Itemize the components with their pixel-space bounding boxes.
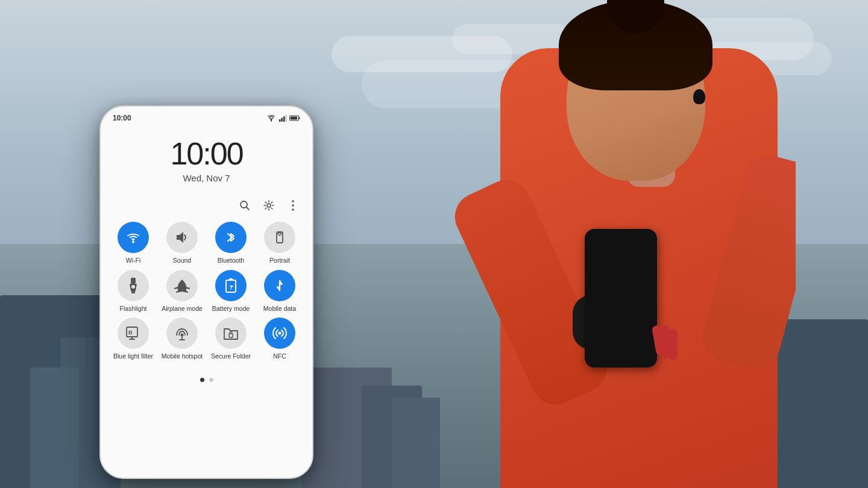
qs-portrait-label: Portrait xyxy=(269,257,290,265)
qs-hotspot[interactable]: Mobile hotspot xyxy=(160,318,204,361)
qs-secure-folder-icon xyxy=(215,318,247,349)
svg-rect-16 xyxy=(131,278,136,284)
quick-settings: Wi-Fi Sound xyxy=(101,219,312,372)
clock-date: Wed, Nov 7 xyxy=(101,173,312,183)
qs-sound[interactable]: Sound xyxy=(160,222,204,265)
qs-wifi-icon xyxy=(118,222,149,253)
page-dot-2[interactable] xyxy=(209,378,213,382)
battery-status-icon xyxy=(289,114,300,122)
qs-wifi[interactable]: Wi-Fi xyxy=(112,222,155,265)
qs-flashlight-label: Flashlight xyxy=(120,305,147,313)
action-bar xyxy=(101,192,312,219)
qs-bluetooth-label: Bluetooth xyxy=(218,257,244,265)
qs-flashlight[interactable]: Flashlight xyxy=(112,270,155,313)
settings-icon[interactable] xyxy=(262,198,276,213)
qs-portrait-icon xyxy=(264,222,295,253)
person-figure xyxy=(386,0,796,488)
building-left-3 xyxy=(30,368,78,488)
svg-rect-21 xyxy=(229,278,233,280)
qs-secure-folder[interactable]: Secure Folder xyxy=(209,318,253,361)
qs-airplane-label: Airplane mode xyxy=(162,305,203,313)
svg-rect-3 xyxy=(283,116,285,122)
qs-battery-icon xyxy=(215,270,247,301)
qs-battery[interactable]: Battery mode xyxy=(209,270,253,313)
finger-3 xyxy=(668,329,678,360)
qs-mobile-data-label: Mobile data xyxy=(263,305,296,313)
svg-point-27 xyxy=(181,334,184,337)
svg-rect-18 xyxy=(131,291,135,293)
more-icon[interactable] xyxy=(286,198,300,213)
qs-secure-folder-label: Secure Folder xyxy=(211,352,251,361)
qs-blue-light-icon: B xyxy=(118,318,149,349)
svg-line-8 xyxy=(247,207,250,210)
phone-screen: 10:00 xyxy=(101,107,312,478)
earbud xyxy=(693,89,705,104)
page-dots xyxy=(101,378,312,382)
qs-row-3: B Blue light filter xyxy=(112,318,301,361)
wifi-status-icon xyxy=(266,114,276,122)
qs-hotspot-icon xyxy=(166,318,198,349)
qs-blue-light-label: Blue light filter xyxy=(113,352,153,361)
svg-point-11 xyxy=(292,204,294,207)
signal-icon xyxy=(278,114,287,122)
svg-rect-30 xyxy=(229,334,233,337)
svg-rect-2 xyxy=(281,118,283,122)
svg-point-19 xyxy=(131,285,135,289)
qs-sound-label: Sound xyxy=(173,257,191,265)
qs-airplane-icon xyxy=(166,270,198,301)
clock-time: 10:00 xyxy=(101,138,312,169)
held-phone xyxy=(585,229,657,368)
svg-text:B: B xyxy=(128,330,133,336)
qs-flashlight-icon xyxy=(118,270,149,301)
svg-marker-14 xyxy=(177,232,183,243)
qs-blue-light[interactable]: B Blue light filter xyxy=(112,318,155,361)
qs-hotspot-label: Mobile hotspot xyxy=(162,352,203,361)
qs-row-1: Wi-Fi Sound xyxy=(112,222,301,265)
qs-nfc[interactable]: NFC xyxy=(258,318,301,361)
status-icons xyxy=(266,114,300,122)
status-time: 10:00 xyxy=(113,114,131,122)
qs-bluetooth-icon xyxy=(215,222,247,253)
qs-row-2: Flashlight Airplane mode xyxy=(112,270,301,313)
clock-area: 10:00 Wed, Nov 7 xyxy=(101,126,312,192)
svg-point-9 xyxy=(267,204,271,207)
qs-sound-icon xyxy=(166,222,198,253)
search-icon[interactable] xyxy=(237,198,252,213)
qs-airplane[interactable]: Airplane mode xyxy=(160,270,204,313)
svg-point-12 xyxy=(292,208,294,211)
svg-rect-1 xyxy=(279,119,281,122)
qs-nfc-icon xyxy=(264,318,295,349)
qs-portrait[interactable]: Portrait xyxy=(258,222,301,265)
svg-point-10 xyxy=(292,200,294,202)
qs-battery-label: Battery mode xyxy=(212,305,250,313)
qs-nfc-label: NFC xyxy=(273,352,286,361)
qs-bluetooth[interactable]: Bluetooth xyxy=(209,222,253,265)
svg-point-13 xyxy=(132,241,134,243)
qs-wifi-label: Wi-Fi xyxy=(126,257,141,265)
svg-rect-4 xyxy=(286,115,288,122)
qs-mobile-data[interactable]: Mobile data xyxy=(258,270,301,313)
phone-mockup: 10:00 xyxy=(99,105,313,479)
svg-point-31 xyxy=(278,332,281,335)
svg-point-0 xyxy=(271,120,272,121)
page-dot-1[interactable] xyxy=(200,378,204,382)
qs-mobile-data-icon xyxy=(264,270,295,301)
status-bar: 10:00 xyxy=(101,107,312,126)
svg-rect-6 xyxy=(291,117,297,120)
